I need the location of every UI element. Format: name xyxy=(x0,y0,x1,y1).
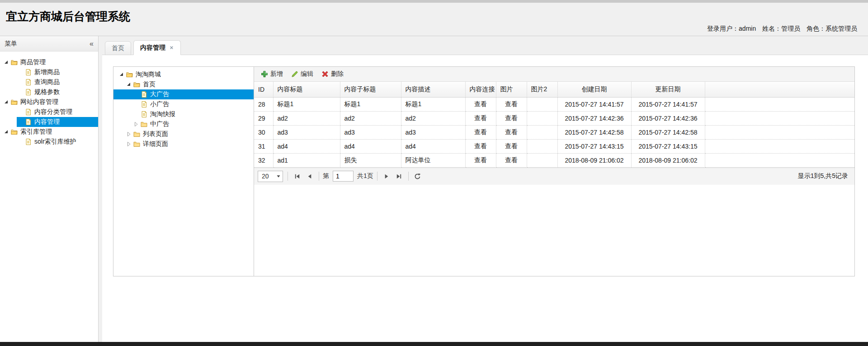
cell-pic2 xyxy=(527,139,557,153)
col-subtitle: 内容子标题 xyxy=(340,82,401,97)
sidebar-node-product-mgmt[interactable]: 商品管理 xyxy=(0,57,98,67)
tree-collapsed-icon[interactable] xyxy=(125,140,132,148)
view-pic-link[interactable]: 查看 xyxy=(496,97,527,111)
add-button[interactable]: 新增 xyxy=(257,69,287,79)
sidebar-node-index-mgmt[interactable]: 索引库管理 xyxy=(0,127,98,137)
view-pic-link[interactable]: 查看 xyxy=(496,139,527,153)
ctree-node-detail-page[interactable]: 详细页面 xyxy=(113,139,254,149)
tree-collapsed-icon[interactable] xyxy=(132,121,140,128)
cell-filler xyxy=(705,97,854,111)
folder-open-icon xyxy=(10,128,18,136)
file-icon xyxy=(24,118,32,126)
user-name-label: 姓名： xyxy=(762,25,781,32)
page-size-select[interactable]: 20 xyxy=(258,171,283,182)
content-panel: 淘淘商城 首页 大广告 小广告 xyxy=(113,66,855,276)
view-link[interactable]: 查看 xyxy=(465,153,496,167)
refresh-button[interactable] xyxy=(411,170,424,182)
user-role-label: 角色： xyxy=(807,25,826,32)
tab-bar: 首页 内容管理 xyxy=(102,36,868,55)
table-row[interactable]: 31 ad4 ad4 ad4 查看 查看 2015-07-27 14:43:15… xyxy=(254,139,854,153)
view-link[interactable]: 查看 xyxy=(465,139,496,153)
tree-expanded-icon[interactable] xyxy=(3,59,10,66)
tree-node-label: 列表页面 xyxy=(142,130,170,138)
file-icon xyxy=(24,138,32,145)
table-row[interactable]: 28 标题1 标题1 标题1 查看 查看 2015-07-27 14:41:57… xyxy=(254,97,854,111)
tree-expanded-icon[interactable] xyxy=(3,128,10,136)
ctree-node-taotao-mall[interactable]: 淘淘商城 xyxy=(113,70,254,79)
sidebar-node-site-content-mgmt[interactable]: 网站内容管理 xyxy=(0,97,98,107)
table-row[interactable]: 32 ad1 损失 阿达单位 查看 查看 2018-08-09 21:06:02… xyxy=(254,153,854,167)
pager-prev-button[interactable] xyxy=(303,170,316,182)
tree-node-label: 索引库管理 xyxy=(19,128,53,136)
tab-home[interactable]: 首页 xyxy=(105,41,131,55)
sidebar-node-solr-maintain[interactable]: solr索引库维护 xyxy=(0,137,98,147)
file-icon xyxy=(140,91,148,98)
tree-expanded-icon[interactable] xyxy=(3,98,10,106)
view-pic-link[interactable]: 查看 xyxy=(496,153,527,167)
view-link[interactable]: 查看 xyxy=(465,111,496,125)
cell-title: 标题1 xyxy=(273,97,340,111)
folder-closed-icon xyxy=(140,121,148,128)
ctree-node-big-ad[interactable]: 大广告 xyxy=(113,89,254,99)
ctree-node-list-page[interactable]: 列表页面 xyxy=(113,129,254,139)
page-number-input[interactable] xyxy=(333,171,354,182)
pager-last-button[interactable] xyxy=(393,170,406,182)
page-label-after: 共1页 xyxy=(357,172,373,180)
layout-splitter[interactable] xyxy=(99,36,102,342)
user-name-value: 管理员 xyxy=(781,25,800,32)
cell-id: 31 xyxy=(254,139,273,153)
cell-created: 2015-07-27 14:43:15 xyxy=(557,139,631,153)
cell-subtitle: 标题1 xyxy=(340,97,401,111)
ctree-node-small-ad[interactable]: 小广告 xyxy=(113,99,254,109)
view-pic-link[interactable]: 查看 xyxy=(496,125,527,139)
table-row[interactable]: 29 ad2 ad2 ad2 查看 查看 2015-07-27 14:42:36… xyxy=(254,111,854,125)
pager-next-button[interactable] xyxy=(380,170,393,182)
tab-content-mgmt[interactable]: 内容管理 xyxy=(133,40,181,55)
view-link[interactable]: 查看 xyxy=(465,125,496,139)
edit-button[interactable]: 编辑 xyxy=(287,69,317,79)
cell-updated: 2015-07-27 14:42:36 xyxy=(631,111,705,125)
login-user-label: 登录用户： xyxy=(707,25,739,32)
cell-subtitle: ad3 xyxy=(340,125,401,139)
folder-open-icon xyxy=(133,81,141,88)
delete-button[interactable]: 删除 xyxy=(317,69,348,79)
cell-filler xyxy=(705,139,854,153)
col-id: ID xyxy=(254,82,273,97)
sidebar-node-spec-params[interactable]: 规格参数 xyxy=(0,87,98,97)
first-page-icon xyxy=(294,173,301,180)
sidebar-node-content-category-mgmt[interactable]: 内容分类管理 xyxy=(0,107,98,117)
tab-content-area: 淘淘商城 首页 大广告 小广告 xyxy=(102,55,868,342)
content-datagrid: 新增 编辑 删除 xyxy=(254,67,854,276)
grid-header-row: ID 内容标题 内容子标题 内容描述 内容连接 图片 图片2 创建日期 更新日期 xyxy=(254,82,854,97)
sidebar-node-content-mgmt[interactable]: 内容管理 xyxy=(0,117,98,127)
ctree-node-mid-ad[interactable]: 中广告 xyxy=(113,119,254,129)
ctree-node-home[interactable]: 首页 xyxy=(113,79,254,89)
tree-node-label: 网站内容管理 xyxy=(19,98,60,106)
cell-updated: 2018-08-09 21:06:02 xyxy=(631,153,705,167)
tree-collapsed-icon[interactable] xyxy=(125,131,132,138)
content-category-tree: 淘淘商城 首页 大广告 小广告 xyxy=(113,67,254,276)
main-region: 首页 内容管理 淘淘商城 首页 xyxy=(102,36,868,342)
tree-expanded-icon[interactable] xyxy=(118,71,125,78)
tree-expanded-icon[interactable] xyxy=(125,81,132,88)
col-title: 内容标题 xyxy=(273,82,340,97)
cell-title: ad3 xyxy=(273,125,340,139)
tree-node-label: 中广告 xyxy=(149,120,170,128)
folder-open-icon xyxy=(126,71,133,78)
page-label-before: 第 xyxy=(323,172,329,180)
cell-pic2 xyxy=(527,125,557,139)
view-pic-link[interactable]: 查看 xyxy=(496,111,527,125)
cell-created: 2015-07-27 14:42:58 xyxy=(557,125,631,139)
pager-first-button[interactable] xyxy=(291,170,303,182)
sidebar-node-add-product[interactable]: 新增商品 xyxy=(0,67,98,77)
tree-node-label: 小广告 xyxy=(149,100,170,108)
table-row[interactable]: 30 ad3 ad3 ad3 查看 查看 2015-07-27 14:42:58… xyxy=(254,125,854,139)
sidebar-node-query-product[interactable]: 查询商品 xyxy=(0,77,98,87)
selected-tree-node[interactable]: 内容管理 xyxy=(17,117,98,127)
sidebar-collapse-icon[interactable]: « xyxy=(90,40,94,47)
edit-icon xyxy=(291,70,298,78)
view-link[interactable]: 查看 xyxy=(465,97,496,111)
add-icon xyxy=(261,70,268,78)
tab-close-icon[interactable] xyxy=(169,45,174,50)
ctree-node-taotao-express[interactable]: 淘淘快报 xyxy=(113,109,254,119)
